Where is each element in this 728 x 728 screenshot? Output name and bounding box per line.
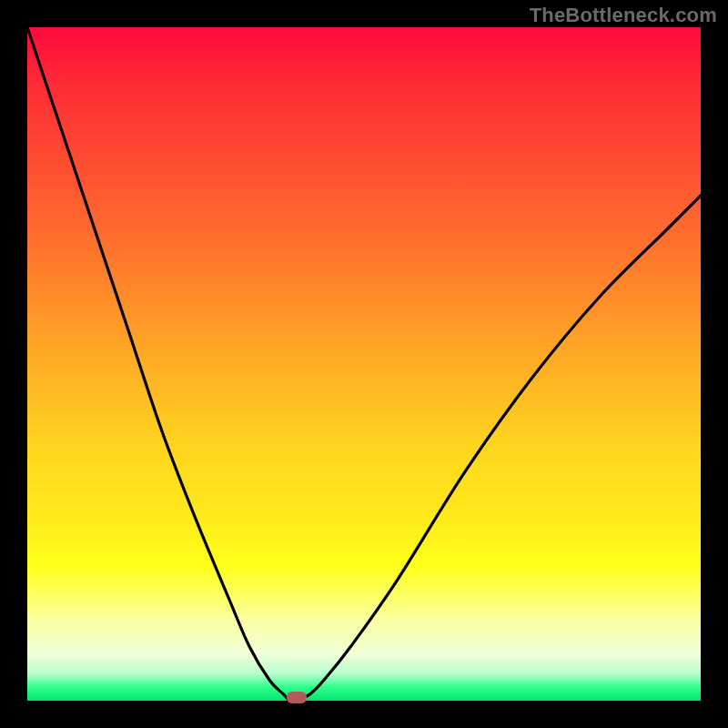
watermark-text: TheBottleneck.com bbox=[530, 4, 717, 27]
optimal-point-marker bbox=[287, 692, 307, 703]
chart-frame: TheBottleneck.com bbox=[0, 0, 728, 728]
bottleneck-curve bbox=[27, 27, 701, 701]
